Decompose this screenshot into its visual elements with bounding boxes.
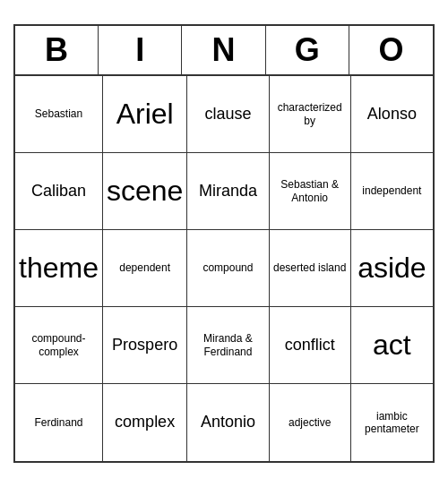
header-letter: B bbox=[15, 26, 99, 74]
bingo-header: BINGO bbox=[15, 26, 433, 76]
bingo-cell: Alonso bbox=[351, 76, 433, 153]
bingo-cell: Ferdinand bbox=[15, 384, 103, 461]
cell-text: clause bbox=[204, 105, 251, 124]
bingo-cell: characterized by bbox=[270, 76, 351, 153]
bingo-cell: deserted island bbox=[270, 230, 351, 307]
cell-text: Antonio bbox=[201, 413, 255, 432]
bingo-cell: compound-complex bbox=[15, 307, 103, 384]
cell-text: Ferdinand bbox=[34, 416, 82, 429]
cell-text: Prospero bbox=[112, 336, 177, 355]
bingo-cell: Sebastian & Antonio bbox=[270, 153, 351, 230]
cell-text: Ariel bbox=[116, 97, 174, 131]
cell-text: dependent bbox=[119, 261, 170, 274]
cell-text: iambic pentameter bbox=[355, 410, 429, 436]
bingo-cell: independent bbox=[351, 153, 433, 230]
bingo-card: BINGO SebastianArielclausecharacterized … bbox=[13, 24, 435, 463]
bingo-cell: Caliban bbox=[15, 153, 103, 230]
cell-text: Alonso bbox=[367, 105, 417, 124]
cell-text: independent bbox=[362, 184, 421, 197]
cell-text: Miranda bbox=[199, 182, 257, 201]
cell-text: scene bbox=[107, 174, 183, 208]
bingo-cell: complex bbox=[103, 384, 187, 461]
header-letter: I bbox=[99, 26, 182, 74]
cell-text: conflict bbox=[285, 336, 335, 355]
bingo-cell: adjective bbox=[270, 384, 351, 461]
cell-text: compound bbox=[202, 261, 253, 274]
bingo-cell: theme bbox=[15, 230, 103, 307]
cell-text: Sebastian & Antonio bbox=[273, 178, 347, 204]
cell-text: theme bbox=[19, 251, 99, 285]
bingo-cell: Prospero bbox=[103, 307, 187, 384]
header-letter: N bbox=[182, 26, 265, 74]
cell-text: Miranda & Ferdinand bbox=[191, 332, 264, 358]
cell-text: deserted island bbox=[273, 261, 346, 274]
bingo-cell: act bbox=[351, 307, 433, 384]
header-letter: O bbox=[349, 26, 433, 74]
bingo-cell: aside bbox=[351, 230, 433, 307]
header-letter: G bbox=[266, 26, 349, 74]
bingo-cell: Sebastian bbox=[15, 76, 103, 153]
cell-text: aside bbox=[358, 251, 426, 285]
cell-text: compound-complex bbox=[19, 332, 99, 358]
bingo-cell: Antonio bbox=[187, 384, 269, 461]
bingo-cell: scene bbox=[103, 153, 187, 230]
bingo-cell: clause bbox=[187, 76, 269, 153]
cell-text: complex bbox=[115, 413, 175, 432]
bingo-grid: SebastianArielclausecharacterized byAlon… bbox=[15, 76, 433, 461]
cell-text: act bbox=[373, 328, 411, 362]
bingo-cell: dependent bbox=[103, 230, 187, 307]
bingo-cell: compound bbox=[187, 230, 269, 307]
cell-text: Caliban bbox=[31, 182, 86, 201]
bingo-cell: conflict bbox=[270, 307, 351, 384]
bingo-cell: iambic pentameter bbox=[351, 384, 433, 461]
bingo-cell: Ariel bbox=[103, 76, 187, 153]
bingo-cell: Miranda bbox=[187, 153, 269, 230]
cell-text: adjective bbox=[289, 416, 331, 429]
cell-text: characterized by bbox=[273, 101, 347, 127]
cell-text: Sebastian bbox=[35, 107, 82, 120]
bingo-cell: Miranda & Ferdinand bbox=[187, 307, 269, 384]
